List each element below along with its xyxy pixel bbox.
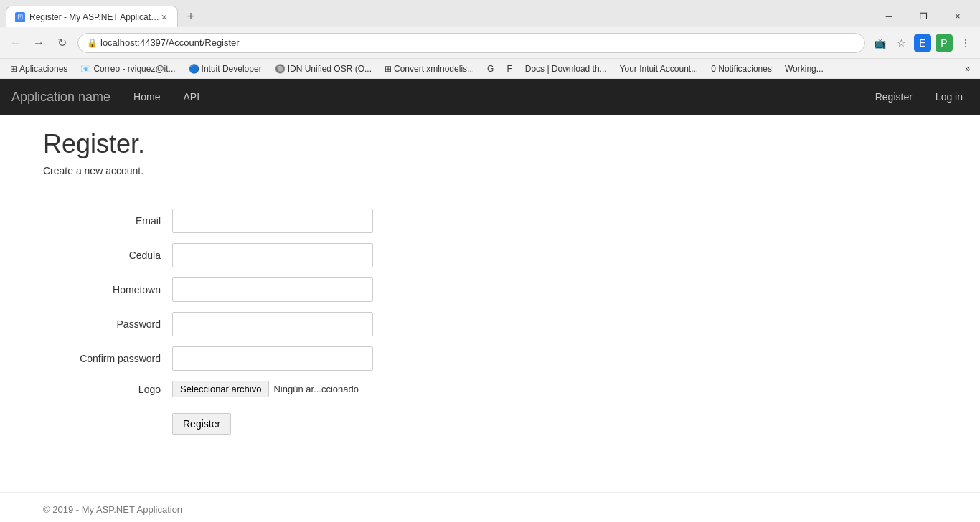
new-tab-button[interactable]: + [181, 6, 201, 27]
cast-icon[interactable]: 📺 [871, 34, 888, 52]
bookmark-your-intuit[interactable]: Your Intuit Account... [616, 62, 703, 75]
bookmark-label: Convert xmlnodelis... [394, 64, 474, 74]
bookmarks-bar: ⊞ Aplicaciones 📧 Correo - rviquez@it... … [0, 59, 980, 79]
bookmark-docs[interactable]: Docs | Download th... [521, 62, 611, 75]
reload-button[interactable]: ↻ [52, 33, 72, 53]
bookmark-working[interactable]: Working... [781, 62, 828, 75]
bookmark-notificaciones[interactable]: 0 Notificaciones [707, 62, 776, 75]
confirm-password-label: Confirm password [43, 353, 172, 364]
footer-text: © 2019 - My ASP.NET Application [43, 504, 182, 515]
bookmark-label: Your Intuit Account... [620, 64, 699, 74]
bookmark-label: Docs | Download th... [525, 64, 607, 74]
more-label: » [965, 64, 970, 74]
bookmark-label: F [507, 64, 512, 74]
bookmark-fb[interactable]: F [502, 62, 516, 75]
browser-toolbar: ← → ↻ 🔒 localhost:44397/Account/Register… [0, 27, 980, 59]
nav-link-login[interactable]: Log in [930, 88, 969, 105]
bookmark-intuit[interactable]: 🔵 Intuit Developer [184, 62, 266, 75]
confirm-password-input[interactable] [172, 346, 373, 371]
file-select-button[interactable]: Seleccionar archivo [172, 381, 269, 397]
bookmark-label: Intuit Developer [202, 64, 262, 74]
browser-titlebar: Register - My ASP.NET Applicatio... × + … [0, 0, 980, 27]
close-button[interactable]: × [941, 6, 974, 27]
bookmark-star-icon[interactable]: ☆ [892, 34, 910, 52]
forward-button[interactable]: → [29, 33, 49, 53]
lock-icon: 🔒 [87, 38, 98, 48]
bookmark-correo[interactable]: 📧 Correo - rviquez@it... [76, 62, 179, 75]
url-text: localhost:44397/Account/Register [100, 37, 240, 48]
submit-row: Register [43, 407, 937, 435]
bookmark-label: Working... [785, 64, 824, 74]
browser-chrome: Register - My ASP.NET Applicatio... × + … [0, 0, 980, 79]
file-no-file-text: Ningún ar...ccionado [273, 384, 359, 394]
register-button[interactable]: Register [172, 413, 231, 435]
register-form: Email Cedula Hometown Password Confirm p… [43, 209, 937, 435]
cedula-input[interactable] [172, 243, 373, 267]
bookmark-apps[interactable]: ⊞ Aplicaciones [6, 62, 72, 75]
tab-icon [15, 12, 25, 22]
nav-link-home[interactable]: Home [128, 88, 166, 105]
apps-icon: ⊞ [10, 64, 17, 74]
email-row: Email [43, 209, 937, 233]
page-title: Register. [43, 129, 937, 159]
password-row: Password [43, 312, 937, 336]
app-brand: Application name [11, 90, 110, 105]
bookmarks-more-button[interactable]: » [961, 62, 974, 75]
toolbar-icons: 📺 ☆ E P ⋮ [871, 34, 974, 52]
bookmark-convert[interactable]: ⊞ Convert xmlnodelis... [380, 62, 479, 75]
extension-icon[interactable]: E [914, 34, 931, 52]
app-nav-links: Home API [128, 88, 205, 105]
hometown-label: Hometown [43, 284, 172, 295]
menu-icon[interactable]: ⋮ [957, 34, 974, 52]
tab-close-icon[interactable]: × [160, 11, 169, 23]
email-label: Email [43, 215, 172, 227]
window-controls: ─ ❐ × [872, 6, 974, 27]
correo-icon: 📧 [80, 64, 91, 74]
cedula-row: Cedula [43, 243, 937, 267]
bookmark-label: Correo - rviquez@it... [93, 64, 175, 74]
browser-tab[interactable]: Register - My ASP.NET Applicatio... × [6, 6, 178, 27]
logo-label: Logo [43, 384, 172, 395]
intuit-icon: 🔵 [189, 64, 199, 74]
address-bar[interactable]: 🔒 localhost:44397/Account/Register [77, 33, 865, 53]
file-input-wrapper: Seleccionar archivo Ningún ar...ccionado [172, 381, 359, 397]
bookmark-idn[interactable]: 🔘 IDN Unified OSR (O... [270, 62, 376, 75]
bookmark-g[interactable]: G [483, 62, 498, 75]
password-label: Password [43, 318, 172, 330]
tab-title: Register - My ASP.NET Applicatio... [29, 12, 160, 22]
cedula-label: Cedula [43, 250, 172, 261]
minimize-button[interactable]: ─ [872, 6, 905, 27]
email-input[interactable] [172, 209, 373, 233]
back-button[interactable]: ← [6, 33, 26, 53]
app-nav-right: Register Log in [870, 88, 969, 105]
app-navbar: Application name Home API Register Log i… [0, 79, 980, 115]
hometown-input[interactable] [172, 277, 373, 302]
profile-icon[interactable]: P [936, 34, 953, 52]
page-subtitle: Create a new account. [43, 165, 937, 176]
page-footer: © 2019 - My ASP.NET Application [0, 492, 980, 522]
confirm-password-row: Confirm password [43, 346, 937, 371]
hometown-row: Hometown [43, 277, 937, 302]
password-input[interactable] [172, 312, 373, 336]
form-divider [43, 191, 937, 191]
page-content: Register. Create a new account. Email Ce… [0, 115, 980, 463]
nav-link-api[interactable]: API [177, 88, 205, 105]
nav-link-register[interactable]: Register [870, 88, 918, 105]
bookmark-label: Aplicaciones [19, 64, 67, 74]
logo-row: Logo Seleccionar archivo Ningún ar...cci… [43, 381, 937, 397]
maximize-button[interactable]: ❐ [907, 6, 940, 27]
idn-icon: 🔘 [275, 64, 286, 74]
convert-icon: ⊞ [385, 64, 392, 74]
bookmark-label: G [487, 64, 494, 74]
bookmark-label: 0 Notificaciones [711, 64, 772, 74]
bookmark-label: IDN Unified OSR (O... [288, 64, 372, 74]
